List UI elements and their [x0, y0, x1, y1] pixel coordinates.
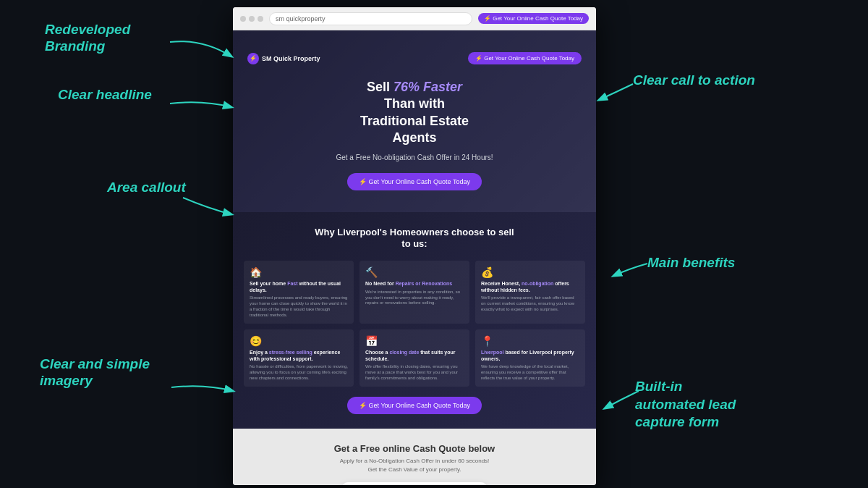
hero-subtitle: Get a Free No-obligation Cash Offer in 2…	[247, 153, 582, 163]
annotation-redeveloped-branding: Redeveloped Branding	[45, 22, 130, 55]
benefit-icon-1: 🏠	[250, 266, 348, 278]
benefit-desc-3: We'll provide a transparent, fair cash o…	[481, 295, 579, 312]
benefit-title-5: Choose a closing date that suits your sc…	[365, 350, 464, 362]
browser-dot-1	[240, 16, 246, 22]
benefit-desc-4: No hassle or difficulties, from paperwor…	[250, 364, 348, 381]
benefit-card-4: 😊 Enjoy a stress-free selling experience…	[244, 329, 354, 387]
annotation-area-callout: Area callout	[107, 180, 186, 196]
hero-logo-text: SM Quick Property	[262, 55, 320, 62]
browser-dots	[240, 16, 263, 22]
benefit-icon-3: 💰	[481, 266, 579, 278]
benefit-icon-6: 📍	[481, 335, 579, 347]
benefit-card-3: 💰 Receive Honest, no-obligation offers w…	[475, 261, 585, 324]
benefit-title-2: No Need for Repairs or Renovations	[365, 281, 464, 287]
hero-content: Sell 76% Faster Than withTraditional Est…	[247, 79, 582, 190]
annotation-clear-headline: Clear headline	[58, 87, 152, 104]
benefits-cta-button[interactable]: ⚡ Get Your Online Cash Quote Today	[347, 397, 482, 414]
benefit-card-6: 📍 Liverpool based for Liverpool property…	[475, 329, 585, 387]
benefit-title-3: Receive Honest, no-obligation offers wit…	[481, 281, 579, 293]
benefit-card-2: 🔨 No Need for Repairs or Renovations We'…	[359, 261, 469, 324]
benefits-section: Why Liverpool's Homeowners choose to sel…	[233, 212, 596, 429]
benefit-title-6: Liverpool based for Liverpool property o…	[481, 350, 579, 362]
benefit-desc-1: Streamlined processes and ready buyers, …	[250, 295, 348, 318]
website-content[interactable]: ⚡ SM Quick Property ⚡ Get Your Online Ca…	[233, 30, 596, 485]
benefit-icon-2: 🔨	[365, 266, 464, 278]
hero-logo-icon: ⚡	[247, 53, 259, 64]
browser-address-text: sm quickproperty	[276, 15, 326, 22]
lead-form-card: SM Quick Property Get your cash value in…	[342, 482, 487, 485]
arrow-clear-imagery	[168, 376, 239, 402]
arrow-clear-headline	[166, 93, 239, 118]
benefit-icon-4: 😊	[250, 335, 348, 347]
arrow-redeveloped-branding	[166, 35, 239, 64]
annotation-clear-simple-imagery: Clear and simple imagery	[40, 356, 150, 390]
hero-cta-button[interactable]: ⚡ Get Your Online Cash Quote Today	[347, 173, 482, 190]
benefit-desc-5: We offer flexibility in closing dates, e…	[365, 364, 464, 381]
arrow-area-callout	[179, 194, 237, 219]
arrow-lead-capture	[599, 385, 642, 414]
annotation-lead-capture: Built-in automated lead capture form	[635, 378, 736, 432]
benefit-desc-2: We're interested in properties in any co…	[365, 290, 464, 306]
benefit-title-4: Enjoy a stress-free selling experience w…	[250, 350, 348, 362]
browser-cta-button[interactable]: ⚡ Get Your Online Cash Quote Today	[478, 13, 589, 24]
benefits-grid: 🏠 Sell your home Fast without the usual …	[244, 261, 585, 387]
arrow-main-benefits	[608, 258, 651, 283]
lead-capture-section: Get a Free online Cash Quote below Apply…	[233, 429, 596, 485]
benefit-icon-5: 📅	[365, 335, 464, 347]
browser-dot-3	[258, 16, 263, 22]
browser-chrome: sm quickproperty ⚡ Get Your Online Cash …	[233, 7, 596, 30]
lead-section-title: Get a Free online Cash Quote below	[244, 443, 585, 454]
arrow-clear-cta	[593, 78, 637, 107]
hero-nav: ⚡ SM Quick Property ⚡ Get Your Online Ca…	[247, 52, 582, 64]
benefits-title: Why Liverpool's Homeowners choose to sel…	[244, 227, 585, 251]
benefit-card-5: 📅 Choose a closing date that suits your …	[359, 329, 469, 387]
hero-title: Sell 76% Faster Than withTraditional Est…	[247, 79, 582, 147]
hero-section: ⚡ SM Quick Property ⚡ Get Your Online Ca…	[233, 30, 596, 212]
hero-logo: ⚡ SM Quick Property	[247, 53, 320, 64]
browser-mockup: sm quickproperty ⚡ Get Your Online Cash …	[233, 7, 596, 485]
hero-nav-cta-button[interactable]: ⚡ Get Your Online Cash Quote Today	[468, 52, 582, 64]
lead-section-subtitle: Apply for a No-Obligation Cash Offer in …	[244, 457, 585, 473]
annotation-clear-cta: Clear call to action	[633, 72, 755, 89]
benefit-card-1: 🏠 Sell your home Fast without the usual …	[244, 261, 354, 324]
benefit-title-1: Sell your home Fast without the usual de…	[250, 281, 348, 293]
browser-dot-2	[249, 16, 255, 22]
annotation-main-benefits: Main benefits	[647, 255, 735, 272]
browser-address-bar: sm quickproperty	[269, 12, 472, 25]
benefit-desc-6: We have deep knowledge of the local mark…	[481, 364, 579, 381]
